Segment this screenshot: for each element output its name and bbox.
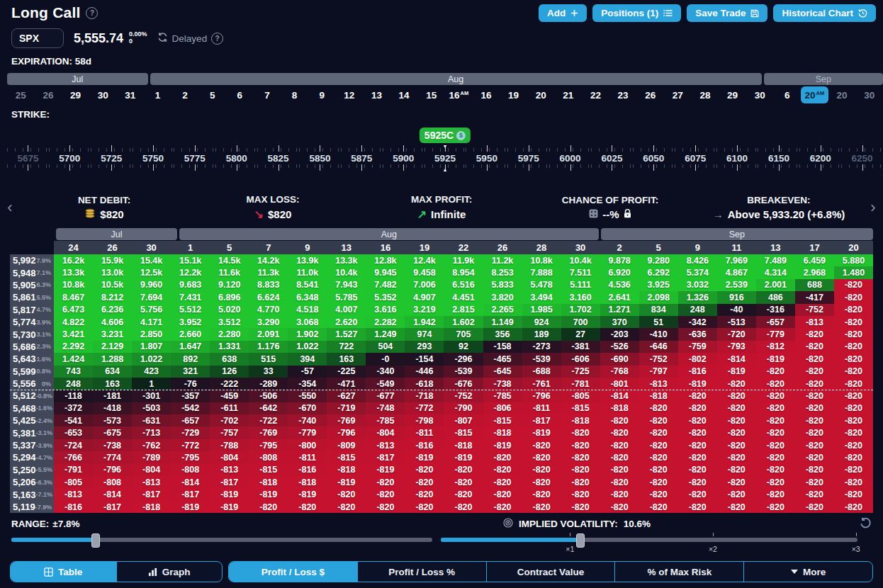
pl-cell: -820 — [834, 476, 873, 488]
iv-slider-handle[interactable] — [576, 533, 585, 548]
expiration-date-29[interactable]: 29 — [719, 86, 746, 103]
strike-tick-5850[interactable]: 5850 — [299, 152, 341, 164]
button-positions-1[interactable]: Positions (1) — [592, 4, 681, 22]
expiration-date-7[interactable]: 7 — [254, 86, 281, 103]
strike-ruler[interactable]: 5925C $ 56755700572557505775580058255850… — [7, 120, 883, 170]
strike-tick-5925[interactable]: 5925 — [424, 152, 466, 164]
pl-cell: -273 — [522, 341, 561, 353]
expiration-date-8[interactable]: 8 — [281, 86, 308, 103]
tab-profit-loss[interactable]: Profit / Loss $ — [229, 562, 358, 582]
strike-tick-6250[interactable]: 6250 — [841, 152, 883, 164]
pl-cell: -811 — [405, 426, 444, 439]
expiration-date-28[interactable]: 28 — [692, 86, 719, 103]
expiration-date-23[interactable]: 23 — [609, 86, 637, 103]
strike-tick-6025[interactable]: 6025 — [591, 152, 633, 164]
expiration-date-5[interactable]: 5 — [198, 86, 226, 103]
expiration-date-25[interactable]: 25 — [7, 86, 35, 103]
pl-cell: -820 — [405, 501, 444, 513]
strike-tick-6000[interactable]: 6000 — [549, 152, 591, 164]
range-label: RANGE: ±7.8% — [11, 519, 79, 529]
ruler-tick — [215, 145, 257, 152]
target-icon[interactable] — [503, 518, 513, 530]
expiration-date-15[interactable]: 15 — [417, 86, 445, 103]
expiration-date-16[interactable]: 16AM — [445, 86, 473, 103]
symbol-input[interactable] — [11, 28, 64, 48]
pl-cell: -820 — [834, 353, 873, 365]
expiration-date-20[interactable]: 20AM — [801, 86, 828, 103]
strike-tick-5800[interactable]: 5800 — [215, 152, 257, 164]
pl-cell: -795 — [249, 439, 288, 451]
strike-tick-5700[interactable]: 5700 — [49, 152, 91, 164]
expiration-date-6[interactable]: 6 — [774, 86, 802, 103]
expiration-date-30[interactable]: 30 — [855, 86, 883, 103]
strike-tick-6075[interactable]: 6075 — [675, 152, 716, 164]
tab-table[interactable]: Table — [11, 562, 117, 582]
strike-tick-5675[interactable]: 5675 — [7, 152, 49, 164]
expiration-date-26[interactable]: 26 — [636, 86, 664, 103]
strike-tick-5725[interactable]: 5725 — [91, 152, 133, 164]
expiration-date-19[interactable]: 19 — [500, 86, 527, 103]
iv-slider[interactable]: ×1×2×3 — [441, 538, 857, 542]
strike-tick-6200[interactable]: 6200 — [799, 152, 841, 164]
pl-cell: -820 — [834, 304, 873, 316]
expiration-date-29[interactable]: 29 — [62, 86, 89, 103]
tab-profit-loss[interactable]: Profit / Loss % — [358, 562, 487, 582]
strike-row-label: 5,6431.6% — [10, 353, 54, 365]
range-slider[interactable] — [11, 538, 432, 542]
expiration-date-14[interactable]: 14 — [390, 86, 418, 103]
expiration-date-22[interactable]: 22 — [582, 86, 609, 103]
strike-tick-5775[interactable]: 5775 — [174, 152, 215, 164]
strategy-help-icon[interactable]: ? — [86, 7, 98, 19]
strike-tick-6150[interactable]: 6150 — [758, 152, 799, 164]
expiration-date-16[interactable]: 16 — [473, 86, 500, 103]
strike-tick-6050[interactable]: 6050 — [633, 152, 675, 164]
pl-cell: 10.4k — [561, 254, 600, 266]
expiration-date-31[interactable]: 31 — [117, 86, 145, 103]
expiration-month-aug: Aug — [150, 73, 762, 85]
refresh-icon[interactable] — [157, 32, 168, 45]
expiration-date-30[interactable]: 30 — [89, 86, 117, 103]
strike-tick-5950[interactable]: 5950 — [466, 152, 507, 164]
expiration-date-6[interactable]: 6 — [226, 86, 254, 103]
strike-tick-5750[interactable]: 5750 — [133, 152, 174, 164]
expiration-date-13[interactable]: 13 — [363, 86, 390, 103]
button-save-trade[interactable]: Save Trade — [687, 4, 767, 22]
pl-cell: 15.1k — [171, 254, 210, 266]
expiration-date-21[interactable]: 21 — [555, 86, 583, 103]
button-add[interactable]: Add — [539, 4, 587, 22]
pl-cell: -800 — [288, 439, 327, 451]
pl-cell: 4.867 — [717, 266, 756, 278]
tab-contract-value[interactable]: Contract Value — [487, 562, 616, 582]
pl-cell: 6.236 — [93, 304, 132, 316]
expiration-date-20[interactable]: 20 — [527, 86, 555, 103]
expiration-date-26[interactable]: 26 — [35, 86, 62, 103]
strike-tick-6100[interactable]: 6100 — [716, 152, 758, 164]
button-historical-chart[interactable]: Historical Chart — [773, 4, 876, 22]
reset-iv-icon[interactable] — [860, 517, 872, 532]
expiration-date-27[interactable]: 27 — [664, 86, 692, 103]
expiration-date-12[interactable]: 12 — [336, 86, 364, 103]
tab-more[interactable]: More — [744, 562, 872, 582]
strike-row-label: 5,9056.3% — [10, 279, 54, 291]
pl-cell: 1.527 — [327, 328, 366, 340]
pl-cell: 248 — [54, 378, 93, 390]
strike-tick-5975[interactable]: 5975 — [507, 152, 549, 164]
expiration-date-9[interactable]: 9 — [308, 86, 336, 103]
strike-badge[interactable]: 5925C $ — [420, 128, 471, 143]
stats-next-arrow[interactable]: › — [863, 198, 883, 217]
expiration-date-30[interactable]: 30 — [746, 86, 774, 103]
stats-prev-arrow[interactable]: ‹ — [0, 198, 20, 217]
tab-of-max-risk[interactable]: % of Max Risk — [615, 562, 744, 582]
expiration-date-1[interactable]: 1 — [144, 86, 171, 103]
delayed-help-icon[interactable]: ? — [211, 33, 223, 45]
strike-tick-5875[interactable]: 5875 — [341, 152, 383, 164]
strike-tick-5900[interactable]: 5900 — [383, 152, 424, 164]
strike-tick-5825[interactable]: 5825 — [257, 152, 299, 164]
pl-cell: 15.4k — [132, 254, 171, 266]
expiration-date-2[interactable]: 2 — [171, 86, 199, 103]
pl-cell: -805 — [54, 476, 93, 488]
expiration-date-20[interactable]: 20 — [828, 86, 856, 103]
pl-cell: -820 — [717, 501, 756, 513]
range-slider-handle[interactable] — [91, 533, 100, 548]
tab-graph[interactable]: Graph — [117, 562, 223, 582]
